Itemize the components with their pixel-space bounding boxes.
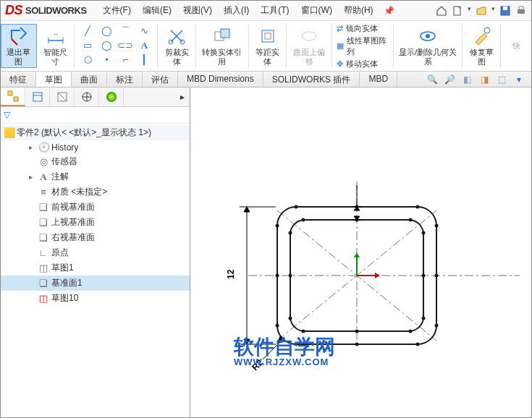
menu-edit[interactable]: 编辑(E)	[138, 3, 176, 18]
menu-insert[interactable]: 插入(I)	[219, 3, 253, 18]
tree-item-sensors[interactable]: ◎传感器	[1, 154, 190, 169]
svg-point-54	[422, 274, 426, 278]
sketch-icon: ◫	[38, 263, 48, 273]
fillet-tool-icon[interactable]: ⌐	[117, 54, 134, 67]
zoom-fit-icon[interactable]: 🔍	[426, 73, 439, 86]
quick-button[interactable]: 快	[501, 24, 531, 68]
config-mgr-tab-icon[interactable]	[50, 88, 75, 106]
origin-icon: ∟	[38, 247, 48, 258]
svg-point-12	[302, 32, 316, 40]
pin-icon[interactable]: 📌	[384, 6, 394, 16]
new-doc-icon[interactable]	[452, 5, 463, 17]
open-icon[interactable]	[476, 5, 487, 17]
tree-label: 基准面1	[51, 277, 83, 289]
svg-point-36	[416, 343, 420, 346]
eye-icon	[418, 26, 438, 46]
panel-expand-icon[interactable]: ▸	[175, 88, 190, 106]
menu-file[interactable]: 文件(F)	[98, 3, 135, 18]
print-icon[interactable]	[515, 5, 527, 17]
circle-tool-icon[interactable]: ◯	[98, 25, 115, 38]
tab-evaluate[interactable]: 评估	[143, 72, 178, 87]
slot-tool-icon[interactable]: ⊂⊃	[117, 40, 134, 53]
svg-rect-11	[265, 33, 271, 39]
move-button[interactable]: ✥移动实体	[337, 59, 378, 69]
graphics-area[interactable]: 12 R2 软件自学网 WWW.RJZXW.COM	[190, 88, 531, 417]
polygon-tool-icon[interactable]: ⬡	[79, 54, 96, 67]
menu-view[interactable]: 视图(V)	[179, 3, 216, 18]
tab-annotate[interactable]: 标注	[107, 72, 143, 87]
menu-tools[interactable]: 工具(T)	[256, 3, 293, 18]
dropdown-icon[interactable]: ▾	[468, 5, 471, 17]
menubar: DS SOLIDWORKS 文件(F) 编辑(E) 视图(V) 插入(I) 工具…	[1, 1, 531, 21]
menu-window[interactable]: 窗口(W)	[297, 3, 337, 18]
tab-mbd-dimensions[interactable]: MBD Dimensions	[178, 72, 263, 87]
tab-surface[interactable]: 曲面	[72, 72, 107, 87]
tree-item-front-plane[interactable]: ❏前视基准面	[1, 200, 190, 215]
offset-button[interactable]: 等距实体	[249, 24, 287, 68]
part-icon: 🟨	[4, 127, 14, 138]
section-view-icon[interactable]: ◨	[478, 73, 491, 86]
tree-root-label: 零件2 (默认< <默认>_显示状态 1>)	[17, 127, 151, 139]
convert-button[interactable]: 转换实体引用	[196, 24, 249, 68]
feature-manager-tabs: ▸	[1, 88, 190, 107]
tree-item-material[interactable]: ≡材质 <未指定>	[1, 184, 190, 200]
move-label: 移动实体	[346, 59, 378, 69]
trim-button[interactable]: 剪裁实体	[158, 24, 196, 68]
line-tool-icon[interactable]: ╱	[79, 25, 96, 38]
save-icon[interactable]	[499, 5, 511, 17]
fm-tree-tab-icon[interactable]	[1, 88, 25, 106]
tree-label: 上视基准面	[51, 216, 95, 229]
tree-item-sketch1[interactable]: ◫草图1	[1, 260, 190, 276]
pattern-label: 线性草图阵列	[347, 35, 389, 57]
tree-item-plane1[interactable]: ❏基准面1	[1, 276, 190, 291]
tab-features[interactable]: 特征	[1, 72, 36, 87]
point-tool-icon[interactable]: •	[98, 54, 115, 67]
spline-tool-icon[interactable]: ∿	[135, 25, 153, 38]
home-icon[interactable]	[436, 5, 447, 17]
show-relations-button[interactable]: 显示/删除几何关系	[394, 24, 463, 68]
zoom-area-icon[interactable]: 🔎	[443, 73, 456, 86]
tree-label: 前视基准面	[51, 201, 95, 213]
dropdown-icon[interactable]: ▾	[491, 5, 495, 17]
svg-rect-17	[14, 97, 18, 101]
sketch-viewport: 12 R2	[190, 88, 532, 418]
arc-tool-icon[interactable]: ⌒	[117, 25, 134, 38]
tree-item-origin[interactable]: ∟原点	[1, 245, 190, 260]
tree-root[interactable]: 🟨 零件2 (默认< <默认>_显示状态 1>)	[1, 125, 190, 140]
mirror-button[interactable]: ⇄镜向实体	[337, 23, 378, 34]
repair-button[interactable]: 修复草图	[463, 24, 501, 68]
text-tool-icon[interactable]: A	[135, 40, 153, 53]
tree-item-annotations[interactable]: ▸A注解	[1, 169, 190, 184]
dim-height[interactable]: 12	[226, 269, 236, 279]
tree-item-right-plane[interactable]: ❏右视基准面	[1, 230, 190, 245]
exit-sketch-button[interactable]: 退出草图	[1, 24, 37, 68]
offset-surface-button[interactable]: 曲面上偏移	[287, 24, 332, 68]
svg-point-42	[435, 324, 439, 328]
property-mgr-tab-icon[interactable]	[25, 88, 50, 106]
display-style-icon[interactable]: ▾	[512, 73, 525, 86]
dim-radius[interactable]: R2	[250, 357, 265, 372]
centerline-tool-icon[interactable]: ┃	[135, 54, 153, 67]
smart-dimension-label: 智能尺寸	[41, 48, 70, 65]
tree-item-history[interactable]: ▸🕘History	[1, 140, 190, 154]
pattern-button[interactable]: ▦线性草图阵列	[337, 35, 389, 57]
svg-point-35	[355, 343, 359, 346]
sketch-active-icon: ◫	[38, 293, 48, 304]
expand-icon[interactable]: ▸	[25, 143, 35, 151]
tree-label: 右视基准面	[51, 231, 95, 244]
expand-icon[interactable]: ▸	[25, 173, 35, 181]
smart-dimension-button[interactable]: ↔ 智能尺寸	[37, 24, 75, 68]
tree-item-top-plane[interactable]: ❏上视基准面	[1, 215, 190, 230]
tree-item-sketch10[interactable]: ◫草图10	[1, 291, 190, 306]
tab-sketch[interactable]: 草图	[36, 72, 72, 87]
tab-mbd[interactable]: MBD	[360, 72, 397, 87]
menu-help[interactable]: 帮助(H)	[339, 3, 378, 18]
view-orient-icon[interactable]: ⬚	[495, 73, 508, 86]
filter-icon[interactable]: ▽	[4, 110, 10, 120]
display-mgr-tab-icon[interactable]	[99, 88, 124, 106]
tab-sw-addins[interactable]: SOLIDWORKS 插件	[263, 72, 360, 87]
ellipse-tool-icon[interactable]: ◯	[98, 40, 115, 53]
rect-tool-icon[interactable]: ▭	[79, 40, 96, 53]
prev-view-icon[interactable]: ◧	[460, 73, 473, 86]
dimxpert-tab-icon[interactable]	[75, 88, 99, 106]
